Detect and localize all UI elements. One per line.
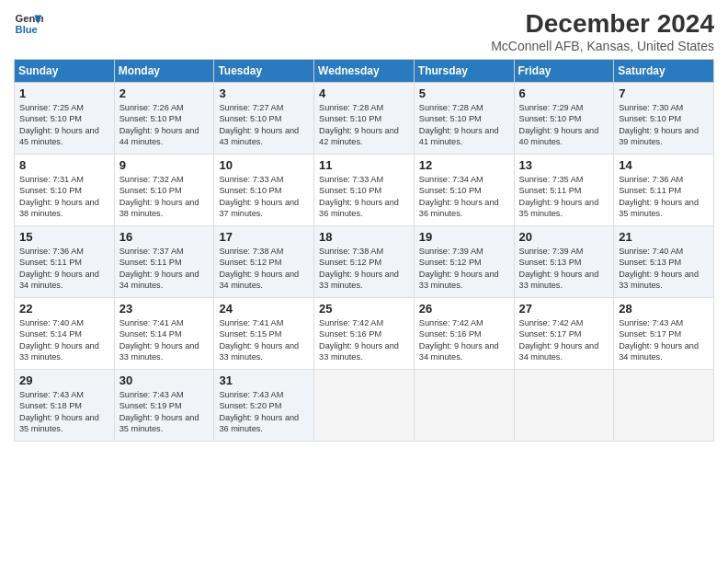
title-block: December 2024 McConnell AFB, Kansas, Uni… (491, 9, 714, 53)
col-monday: Monday (114, 60, 214, 83)
day-number: 16 (119, 230, 210, 244)
col-friday: Friday (514, 60, 614, 83)
table-row: 16Sunrise: 7:37 AMSunset: 5:11 PMDayligh… (114, 226, 214, 298)
table-row: 29Sunrise: 7:43 AMSunset: 5:18 PMDayligh… (15, 370, 115, 442)
table-row: 25Sunrise: 7:42 AMSunset: 5:16 PMDayligh… (314, 298, 415, 370)
table-row: 21Sunrise: 7:40 AMSunset: 5:13 PMDayligh… (614, 226, 714, 298)
day-number: 3 (219, 86, 309, 100)
table-row (514, 370, 614, 442)
subtitle: McConnell AFB, Kansas, United States (491, 39, 714, 53)
cell-text: Sunrise: 7:43 AMSunset: 5:19 PMDaylight:… (119, 390, 199, 433)
day-number: 9 (119, 158, 210, 172)
day-number: 22 (19, 302, 109, 316)
cell-text: Sunrise: 7:38 AMSunset: 5:12 PMDaylight:… (319, 247, 399, 290)
table-row: 28Sunrise: 7:43 AMSunset: 5:17 PMDayligh… (614, 298, 714, 370)
cell-text: Sunrise: 7:36 AMSunset: 5:11 PMDaylight:… (19, 247, 99, 290)
day-number: 18 (319, 230, 409, 244)
cell-text: Sunrise: 7:35 AMSunset: 5:11 PMDaylight:… (519, 175, 599, 218)
calendar-week-5: 29Sunrise: 7:43 AMSunset: 5:18 PMDayligh… (15, 370, 714, 442)
day-number: 26 (419, 302, 509, 316)
day-number: 8 (19, 158, 109, 172)
cell-text: Sunrise: 7:43 AMSunset: 5:20 PMDaylight:… (219, 390, 299, 433)
cell-text: Sunrise: 7:34 AMSunset: 5:10 PMDaylight:… (419, 175, 499, 218)
calendar-week-1: 1Sunrise: 7:25 AMSunset: 5:10 PMDaylight… (15, 83, 714, 155)
table-row: 7Sunrise: 7:30 AMSunset: 5:10 PMDaylight… (614, 83, 714, 155)
day-number: 27 (519, 302, 609, 316)
calendar-week-2: 8Sunrise: 7:31 AMSunset: 5:10 PMDaylight… (15, 155, 714, 226)
day-number: 17 (219, 230, 309, 244)
table-row: 12Sunrise: 7:34 AMSunset: 5:10 PMDayligh… (414, 155, 514, 226)
day-number: 31 (219, 373, 309, 387)
col-saturday: Saturday (614, 60, 714, 83)
day-number: 7 (619, 86, 709, 100)
day-number: 4 (319, 86, 409, 100)
day-number: 24 (219, 302, 309, 316)
cell-text: Sunrise: 7:28 AMSunset: 5:10 PMDaylight:… (319, 103, 399, 146)
svg-text:Blue: Blue (16, 24, 38, 35)
day-number: 2 (119, 86, 210, 100)
calendar-body: 1Sunrise: 7:25 AMSunset: 5:10 PMDaylight… (15, 83, 714, 442)
table-row: 24Sunrise: 7:41 AMSunset: 5:15 PMDayligh… (214, 298, 314, 370)
table-row: 5Sunrise: 7:28 AMSunset: 5:10 PMDaylight… (414, 83, 514, 155)
calendar-week-4: 22Sunrise: 7:40 AMSunset: 5:14 PMDayligh… (15, 298, 714, 370)
table-row: 1Sunrise: 7:25 AMSunset: 5:10 PMDaylight… (15, 83, 115, 155)
cell-text: Sunrise: 7:27 AMSunset: 5:10 PMDaylight:… (219, 103, 299, 146)
col-wednesday: Wednesday (314, 60, 415, 83)
day-number: 13 (519, 158, 609, 172)
cell-text: Sunrise: 7:38 AMSunset: 5:12 PMDaylight:… (219, 247, 299, 290)
day-number: 12 (419, 158, 509, 172)
logo: General Blue (14, 9, 43, 39)
cell-text: Sunrise: 7:26 AMSunset: 5:10 PMDaylight:… (119, 103, 199, 146)
table-row: 17Sunrise: 7:38 AMSunset: 5:12 PMDayligh… (214, 226, 314, 298)
table-row (314, 370, 415, 442)
table-row: 15Sunrise: 7:36 AMSunset: 5:11 PMDayligh… (15, 226, 115, 298)
day-number: 11 (319, 158, 409, 172)
day-number: 5 (419, 86, 509, 100)
cell-text: Sunrise: 7:40 AMSunset: 5:14 PMDaylight:… (19, 318, 99, 362)
cell-text: Sunrise: 7:33 AMSunset: 5:10 PMDaylight:… (319, 175, 399, 218)
table-row: 9Sunrise: 7:32 AMSunset: 5:10 PMDaylight… (114, 155, 214, 226)
day-number: 28 (619, 302, 709, 316)
cell-text: Sunrise: 7:33 AMSunset: 5:10 PMDaylight:… (219, 175, 299, 218)
table-row: 23Sunrise: 7:41 AMSunset: 5:14 PMDayligh… (114, 298, 214, 370)
cell-text: Sunrise: 7:32 AMSunset: 5:10 PMDaylight:… (119, 175, 199, 218)
table-row: 3Sunrise: 7:27 AMSunset: 5:10 PMDaylight… (214, 83, 314, 155)
header-row: Sunday Monday Tuesday Wednesday Thursday… (15, 60, 714, 83)
cell-text: Sunrise: 7:41 AMSunset: 5:15 PMDaylight:… (219, 318, 299, 362)
cell-text: Sunrise: 7:40 AMSunset: 5:13 PMDaylight:… (619, 247, 699, 290)
day-number: 25 (319, 302, 409, 316)
day-number: 15 (19, 230, 109, 244)
cell-text: Sunrise: 7:31 AMSunset: 5:10 PMDaylight:… (19, 175, 99, 218)
cell-text: Sunrise: 7:42 AMSunset: 5:16 PMDaylight:… (419, 318, 499, 362)
cell-text: Sunrise: 7:36 AMSunset: 5:11 PMDaylight:… (619, 175, 699, 218)
table-row: 14Sunrise: 7:36 AMSunset: 5:11 PMDayligh… (614, 155, 714, 226)
table-row: 4Sunrise: 7:28 AMSunset: 5:10 PMDaylight… (314, 83, 415, 155)
table-row: 31Sunrise: 7:43 AMSunset: 5:20 PMDayligh… (214, 370, 314, 442)
table-row (614, 370, 714, 442)
table-row (414, 370, 514, 442)
day-number: 21 (619, 230, 709, 244)
cell-text: Sunrise: 7:43 AMSunset: 5:17 PMDaylight:… (619, 318, 699, 362)
main-title: December 2024 (491, 9, 714, 39)
day-number: 20 (519, 230, 609, 244)
table-row: 2Sunrise: 7:26 AMSunset: 5:10 PMDaylight… (114, 83, 214, 155)
day-number: 29 (19, 373, 109, 387)
day-number: 19 (419, 230, 509, 244)
table-row: 11Sunrise: 7:33 AMSunset: 5:10 PMDayligh… (314, 155, 415, 226)
day-number: 14 (619, 158, 709, 172)
table-row: 26Sunrise: 7:42 AMSunset: 5:16 PMDayligh… (414, 298, 514, 370)
day-number: 6 (519, 86, 609, 100)
cell-text: Sunrise: 7:37 AMSunset: 5:11 PMDaylight:… (119, 247, 199, 290)
cell-text: Sunrise: 7:28 AMSunset: 5:10 PMDaylight:… (419, 103, 499, 146)
cell-text: Sunrise: 7:41 AMSunset: 5:14 PMDaylight:… (119, 318, 199, 362)
cell-text: Sunrise: 7:39 AMSunset: 5:13 PMDaylight:… (519, 247, 599, 290)
header: General Blue December 2024 McConnell AFB… (14, 9, 714, 53)
cell-text: Sunrise: 7:30 AMSunset: 5:10 PMDaylight:… (619, 103, 699, 146)
col-tuesday: Tuesday (214, 60, 314, 83)
table-row: 18Sunrise: 7:38 AMSunset: 5:12 PMDayligh… (314, 226, 415, 298)
table-row: 8Sunrise: 7:31 AMSunset: 5:10 PMDaylight… (15, 155, 115, 226)
day-number: 10 (219, 158, 309, 172)
calendar-week-3: 15Sunrise: 7:36 AMSunset: 5:11 PMDayligh… (15, 226, 714, 298)
day-number: 1 (19, 86, 109, 100)
table-row: 13Sunrise: 7:35 AMSunset: 5:11 PMDayligh… (514, 155, 614, 226)
